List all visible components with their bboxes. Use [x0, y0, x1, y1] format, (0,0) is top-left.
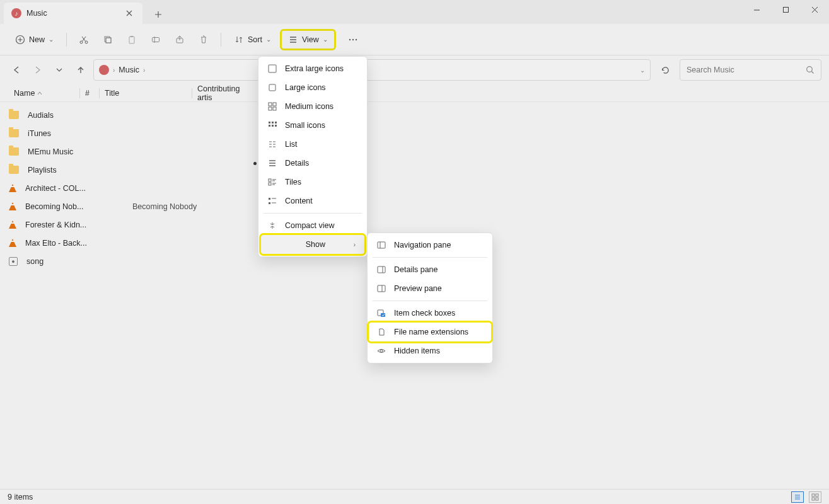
details-icon	[267, 158, 277, 168]
thumbnails-view-toggle[interactable]	[809, 491, 821, 503]
svg-rect-17	[273, 103, 276, 106]
vlc-cone-icon	[9, 239, 16, 247]
column-number[interactable]: #	[80, 89, 99, 98]
svg-rect-15	[269, 84, 275, 91]
checkbox-icon	[376, 308, 386, 318]
up-button[interactable]	[72, 61, 90, 79]
search-icon	[806, 66, 815, 74]
svg-rect-36	[812, 494, 815, 496]
address-bar[interactable]: › Music › ⌄	[93, 59, 651, 81]
active-tab[interactable]: ♪ Music	[4, 3, 142, 24]
menu-tiles[interactable]: Tiles	[258, 173, 367, 192]
chevron-down-icon: ⌄	[323, 36, 328, 43]
tab-title: Music	[26, 9, 119, 18]
separator	[66, 33, 67, 47]
status-bar: 9 items	[0, 489, 829, 504]
svg-rect-6	[129, 37, 134, 43]
music-folder-icon: ♪	[11, 8, 21, 18]
file-name: MEmu Music	[25, 147, 102, 156]
menu-large-icons[interactable]: Large icons	[258, 78, 367, 97]
svg-point-35	[380, 350, 383, 352]
menu-hidden-items[interactable]: Hidden items	[368, 341, 492, 360]
menu-content[interactable]: Content	[258, 192, 367, 210]
svg-rect-22	[275, 122, 277, 123]
menu-file-name-extensions[interactable]: File name extensions	[369, 323, 491, 341]
svg-rect-31	[378, 266, 385, 273]
menu-compact-view[interactable]: Compact view	[258, 216, 367, 235]
folder-icon	[9, 147, 19, 156]
copy-button[interactable]	[97, 29, 119, 50]
menu-preview-pane[interactable]: Preview pane	[368, 279, 492, 298]
svg-point-11	[352, 38, 354, 40]
breadcrumb-music[interactable]: Music	[119, 66, 139, 74]
menu-details-pane[interactable]: Details pane	[368, 260, 492, 279]
minimize-button[interactable]	[742, 0, 771, 19]
menu-small-icons[interactable]: Small icons	[258, 116, 367, 135]
close-tab-button[interactable]	[124, 8, 135, 19]
medium-icons-icon	[267, 101, 277, 112]
sort-button[interactable]: Sort ⌄	[228, 29, 277, 50]
column-name[interactable]: Name	[9, 89, 79, 98]
paste-button[interactable]	[121, 29, 142, 50]
new-button[interactable]: New ⌄	[9, 29, 60, 50]
cut-button[interactable]	[73, 29, 95, 50]
file-name: iTunes	[25, 129, 102, 138]
back-button[interactable]	[8, 61, 25, 79]
folder-icon	[9, 166, 19, 174]
menu-extra-large-icons[interactable]: Extra large icons	[258, 59, 367, 78]
sort-icon	[234, 35, 244, 45]
file-row[interactable]: Becoming Nob...Becoming Nobody	[9, 197, 820, 215]
svg-rect-37	[816, 494, 818, 496]
new-tab-button[interactable]	[149, 5, 168, 24]
file-row[interactable]: Forester & Kidn...	[9, 215, 820, 234]
file-row[interactable]: MEmu Music	[9, 142, 820, 161]
menu-item-check-boxes[interactable]: Item check boxes	[368, 304, 492, 323]
list-icon	[288, 35, 298, 45]
show-submenu: Navigation pane Details pane Preview pan…	[367, 232, 493, 364]
close-window-button[interactable]	[800, 0, 829, 19]
svg-point-13	[807, 67, 813, 72]
share-button[interactable]	[169, 29, 190, 50]
tiles-icon	[267, 177, 277, 187]
menu-details[interactable]: Details	[258, 154, 367, 173]
svg-rect-32	[378, 285, 385, 292]
column-contributing-artists[interactable]: Contributing artis	[192, 84, 255, 102]
search-box[interactable]	[680, 59, 821, 81]
chevron-down-icon[interactable]: ⌄	[640, 67, 645, 74]
menu-navigation-pane[interactable]: Navigation pane	[368, 236, 492, 255]
file-name: Playlists	[25, 166, 102, 175]
file-row[interactable]: Audials	[9, 106, 820, 124]
details-view-toggle[interactable]	[791, 491, 804, 503]
menu-separator	[373, 301, 487, 301]
maximize-button[interactable]	[771, 0, 800, 19]
titlebar: ♪ Music	[0, 0, 829, 24]
file-name: Forester & Kidn...	[23, 220, 100, 229]
svg-rect-0	[783, 7, 788, 12]
recent-locations-button[interactable]	[50, 61, 68, 79]
selected-bullet-icon	[253, 162, 257, 165]
view-button[interactable]: View ⌄	[280, 29, 336, 50]
new-label: New	[29, 35, 45, 44]
file-row[interactable]: Playlists	[9, 161, 820, 179]
file-row[interactable]: iTunes	[9, 124, 820, 142]
search-input[interactable]	[687, 66, 801, 74]
file-row[interactable]: Architect - COL...	[9, 179, 820, 197]
svg-rect-19	[273, 107, 276, 110]
svg-point-12	[356, 38, 357, 40]
menu-list[interactable]: List	[258, 135, 367, 154]
svg-rect-28	[269, 198, 270, 200]
menu-show[interactable]: Show ›	[261, 235, 364, 254]
chevron-right-icon: ›	[143, 67, 145, 74]
compact-icon	[267, 220, 277, 231]
delete-button[interactable]	[193, 29, 214, 50]
forward-button[interactable]	[29, 61, 47, 79]
column-title[interactable]: Title	[100, 89, 192, 98]
svg-rect-21	[272, 122, 274, 123]
svg-rect-23	[269, 125, 270, 127]
sort-label: Sort	[248, 35, 262, 44]
rename-button[interactable]	[145, 29, 166, 50]
more-button[interactable]	[342, 29, 364, 50]
menu-medium-icons[interactable]: Medium icons	[258, 97, 367, 116]
refresh-button[interactable]	[654, 59, 676, 81]
svg-rect-14	[269, 65, 276, 72]
